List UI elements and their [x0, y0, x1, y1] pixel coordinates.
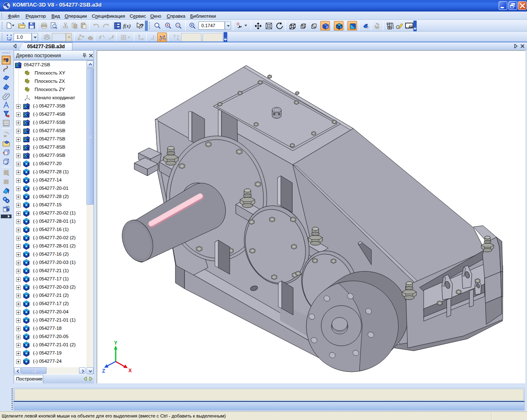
svg-text:Y: Y	[114, 340, 117, 346]
svg-text:X: X	[128, 368, 132, 373]
svg-text:f(x): f(x)	[123, 23, 131, 29]
svg-text:?: ?	[140, 22, 144, 29]
svg-text:Z: Z	[102, 368, 105, 374]
